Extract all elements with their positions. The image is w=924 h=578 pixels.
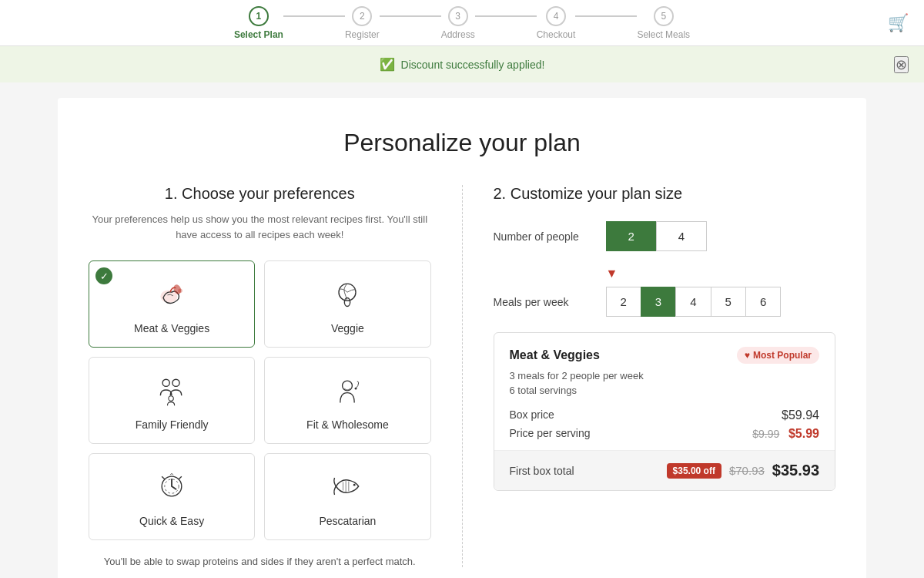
step-label-4: Checkout (537, 29, 576, 40)
selected-checkmark-meat-veggies: ✓ (95, 267, 112, 284)
popular-badge: ♥ Most Popular (737, 347, 819, 364)
customize-title: 2. Customize your plan size (494, 185, 836, 203)
svg-point-8 (343, 381, 353, 391)
meals-btn-3[interactable]: 3 (641, 287, 675, 317)
connector-4-5 (575, 15, 637, 17)
first-box-row: First box total $35.00 off $70.93 $35.93 (494, 450, 835, 490)
check-circle-icon: ✅ (380, 57, 395, 72)
step-circle-1: 1 (249, 6, 269, 26)
meals-arrow-indicator: ▼ (606, 267, 836, 281)
page-title: Personalize your plan (89, 129, 835, 157)
preference-label-quick-easy: Quick & Easy (139, 515, 204, 527)
preference-card-fit-wholesome[interactable]: Fit & Wholesome (264, 357, 430, 444)
box-price-value: $59.94 (782, 408, 819, 422)
preference-card-quick-easy[interactable]: Quick & Easy (89, 453, 255, 540)
connector-1-2 (283, 15, 345, 17)
box-price-row: Box price $59.94 (510, 408, 820, 422)
svg-point-12 (353, 484, 356, 486)
summary-plan-name: Meat & Veggies (510, 348, 600, 362)
people-btn-group: 2 4 (606, 221, 708, 251)
step-circle-5: 5 (654, 6, 674, 26)
meals-btn-4[interactable]: 4 (675, 287, 710, 317)
quick-easy-icon (155, 469, 189, 507)
two-column-layout: 1. Choose your preferences Your preferen… (89, 185, 835, 567)
summary-meals-desc: 3 meals for 2 people per week (510, 370, 820, 381)
preference-label-fit-wholesome: Fit & Wholesome (306, 418, 389, 431)
step-circle-3: 3 (448, 6, 468, 26)
first-box-prices: $35.00 off $70.93 $35.93 (667, 462, 819, 479)
people-label: Number of people (494, 230, 594, 243)
discount-message: Discount successfully applied! (401, 59, 545, 71)
per-serving-discounted: $5.99 (788, 427, 819, 440)
meals-btn-2[interactable]: 2 (606, 287, 641, 317)
summary-servings-desc: 6 total servings (510, 385, 820, 396)
header: 1 Select Plan 2 Register 3 Address 4 Che… (0, 0, 924, 46)
step-2[interactable]: 2 Register (345, 6, 380, 40)
per-serving-label: Price per serving (510, 427, 591, 441)
step-4[interactable]: 4 Checkout (537, 6, 576, 40)
main-container: Personalize your plan 1. Choose your pre… (58, 98, 866, 578)
people-btn-2[interactable]: 2 (606, 221, 656, 251)
customize-section: 2. Customize your plan size Number of pe… (494, 185, 836, 567)
preference-label-family-friendly: Family Friendly (136, 418, 209, 431)
box-price-label: Box price (510, 408, 554, 422)
banner-close-button[interactable]: ⊗ (894, 56, 909, 73)
step-circle-4: 4 (546, 6, 566, 26)
heart-icon: ♥ (745, 350, 750, 361)
preference-card-meat-veggies[interactable]: ✓ Meat & Veggies (89, 260, 255, 348)
svg-point-7 (169, 396, 173, 401)
cart-icon[interactable]: 🛒 (888, 13, 909, 33)
preferences-description: Your preferences help us show you the mo… (89, 212, 431, 242)
summary-header: Meat & Veggies ♥ Most Popular (510, 347, 820, 364)
swap-note: You'll be able to swap proteins and side… (89, 556, 431, 567)
discount-banner: ✅ Discount successfully applied! ⊗ (0, 46, 924, 82)
first-box-original-price: $70.93 (729, 464, 765, 477)
svg-point-6 (172, 379, 179, 386)
per-serving-prices: $9.99 $5.99 (752, 427, 819, 441)
step-label-5: Select Meals (637, 29, 690, 40)
step-label-1: Select Plan (234, 29, 283, 40)
step-5[interactable]: 5 Select Meals (637, 6, 690, 40)
popular-label: Most Popular (753, 350, 812, 361)
pescatarian-icon (330, 469, 364, 507)
people-option-row: Number of people 2 4 (494, 221, 836, 251)
people-btn-4[interactable]: 4 (656, 221, 707, 251)
step-circle-2: 2 (352, 6, 372, 26)
step-label-3: Address (441, 29, 475, 40)
connector-2-3 (380, 15, 441, 17)
meals-btn-group: 2 3 4 5 6 (606, 287, 782, 317)
svg-point-5 (162, 379, 169, 386)
step-1[interactable]: 1 Select Plan (234, 6, 283, 40)
meals-btn-5[interactable]: 5 (711, 287, 745, 317)
preference-card-family-friendly[interactable]: Family Friendly (89, 357, 255, 444)
first-box-label: First box total (510, 465, 574, 477)
first-box-final-price: $35.93 (772, 462, 819, 479)
meals-option-row: Meals per week 2 3 4 5 6 (494, 287, 836, 317)
preference-card-veggie[interactable]: Veggie (264, 260, 430, 348)
meat-veggies-icon (155, 277, 189, 314)
preferences-title: 1. Choose your preferences (89, 185, 431, 203)
preference-label-pescatarian: Pescatarian (319, 515, 376, 527)
meals-label: Meals per week (494, 296, 594, 308)
connector-3-4 (475, 15, 537, 17)
svg-point-4 (345, 298, 350, 307)
per-serving-original: $9.99 (752, 428, 779, 440)
plan-summary-box: Meat & Veggies ♥ Most Popular 3 meals fo… (494, 332, 836, 491)
veggie-icon (330, 277, 364, 314)
fit-wholesome-icon (330, 373, 364, 411)
preferences-section: 1. Choose your preferences Your preferen… (89, 185, 463, 567)
step-label-2: Register (345, 29, 380, 40)
svg-point-2 (178, 289, 182, 294)
preference-grid: ✓ Meat & Veggies (89, 260, 431, 540)
preference-card-pescatarian[interactable]: Pescatarian (264, 453, 430, 540)
per-serving-price-row: Price per serving $9.99 $5.99 (510, 427, 820, 441)
preference-label-veggie: Veggie (331, 322, 364, 334)
preference-label-meat-veggies: Meat & Veggies (134, 322, 209, 334)
discount-tag: $35.00 off (667, 463, 721, 479)
stepper: 1 Select Plan 2 Register 3 Address 4 Che… (234, 6, 690, 40)
meals-btn-6[interactable]: 6 (745, 287, 781, 317)
step-3[interactable]: 3 Address (441, 6, 475, 40)
family-friendly-icon (155, 373, 189, 411)
